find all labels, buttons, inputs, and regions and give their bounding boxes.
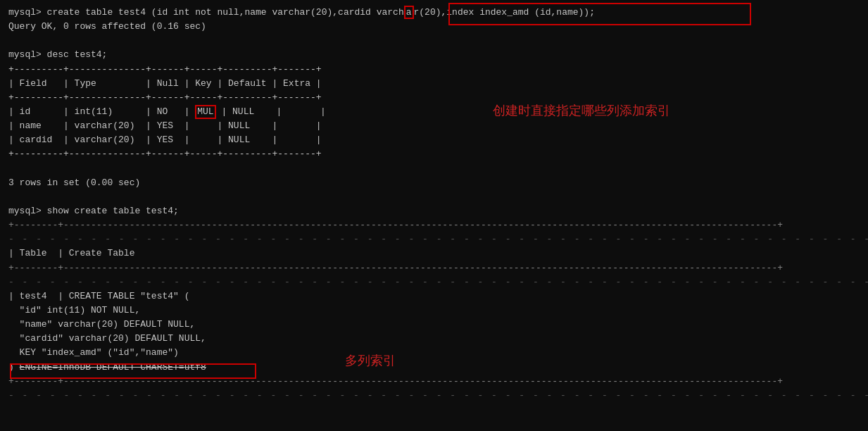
line-longdiv3b: - - - - - - - - - - - - - - - - - - - - … — [8, 389, 860, 403]
line-longdiv1b: - - - - - - - - - - - - - - - - - - - - … — [8, 232, 860, 246]
line-div2: +---------+--------------+------+-----+-… — [8, 91, 860, 105]
line-blank2 — [8, 162, 860, 176]
line-result2: 3 rows in set (0.00 sec) — [8, 176, 860, 190]
line-blank3 — [8, 190, 860, 204]
line-header2: | Table | Create Table | — [8, 246, 860, 261]
line-cmd1: mysql> create table test4 (id int not nu… — [8, 6, 860, 20]
line-ct1: | test4 | CREATE TABLE "test4" ( — [8, 289, 860, 304]
line-longdiv1: +--------+------------------------------… — [8, 218, 860, 232]
line-blank1 — [8, 34, 860, 48]
line-ct6: ) ENGINE=InnoDB DEFAULT CHARSET=utf8 — [8, 361, 860, 375]
line-header: | Field | Type | Null | Key | Default | … — [8, 77, 860, 91]
line-cmd3: mysql> show create table test4; — [8, 204, 860, 218]
line-row2: | name | varchar(20) | YES | | NULL | | — [8, 119, 860, 133]
line-ct5: KEY "index_amd" ("id","name") — [8, 346, 860, 360]
terminal: 创建时直接指定哪些列添加索引 多列索引 mysql> create table … — [0, 0, 868, 431]
line-ct2: "id" int(11) NOT NULL, — [8, 304, 860, 318]
line-ct3: "name" varchar(20) DEFAULT NULL, — [8, 318, 860, 332]
line-div1: +---------+--------------+------+-----+-… — [8, 63, 860, 77]
line-row3: | cardid | varchar(20) | YES | | NULL | … — [8, 133, 860, 147]
line-row1: | id | int(11) | NO | MUL | NULL | | — [8, 105, 860, 119]
line-cmd2: mysql> desc test4; — [8, 48, 860, 62]
line-div3: +---------+--------------+------+-----+-… — [8, 147, 860, 161]
line-longdiv2: +--------+------------------------------… — [8, 261, 860, 275]
line-longdiv2b: - - - - - - - - - - - - - - - - - - - - … — [8, 275, 860, 289]
line-longdiv3: +--------+------------------------------… — [8, 375, 860, 389]
line-ct4: "cardid" varchar(20) DEFAULT NULL, — [8, 332, 860, 346]
line-result1: Query OK, 0 rows affected (0.16 sec) — [8, 20, 860, 34]
